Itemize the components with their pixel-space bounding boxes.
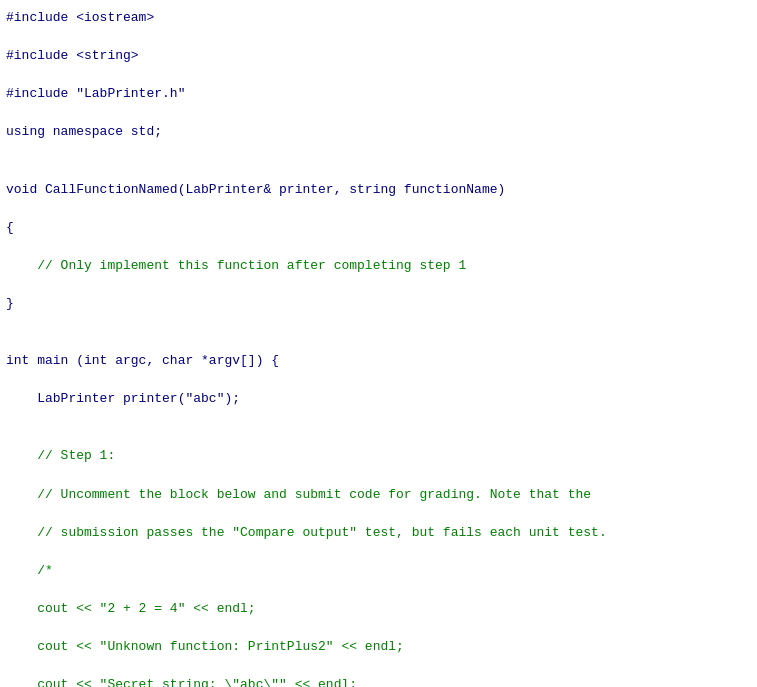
code-line: using namespace std; <box>6 122 751 141</box>
code-empty-line <box>6 160 751 179</box>
code-line: LabPrinter printer("abc"); <box>6 389 751 408</box>
code-empty-line <box>6 332 751 351</box>
code-line: cout << "Secret string: \"abc\"" << endl… <box>6 675 751 687</box>
code-line: // Uncomment the block below and submit … <box>6 485 751 504</box>
code-line: } <box>6 294 751 313</box>
code-line: #include <iostream> <box>6 8 751 27</box>
code-line: /* <box>6 561 751 580</box>
code-line: int main (int argc, char *argv[]) { <box>6 351 751 370</box>
code-line: void CallFunctionNamed(LabPrinter& print… <box>6 180 751 199</box>
code-line: cout << "Unknown function: PrintPlus2" <… <box>6 637 751 656</box>
code-line: #include "LabPrinter.h" <box>6 84 751 103</box>
code-line: { <box>6 218 751 237</box>
code-editor: #include <iostream>#include <string>#inc… <box>0 0 757 687</box>
code-line: // Only implement this function after co… <box>6 256 751 275</box>
code-line: cout << "2 + 2 = 4" << endl; <box>6 599 751 618</box>
code-line: #include <string> <box>6 46 751 65</box>
code-empty-line <box>6 427 751 446</box>
code-line: // Step 1: <box>6 446 751 465</box>
code-line: // submission passes the "Compare output… <box>6 523 751 542</box>
